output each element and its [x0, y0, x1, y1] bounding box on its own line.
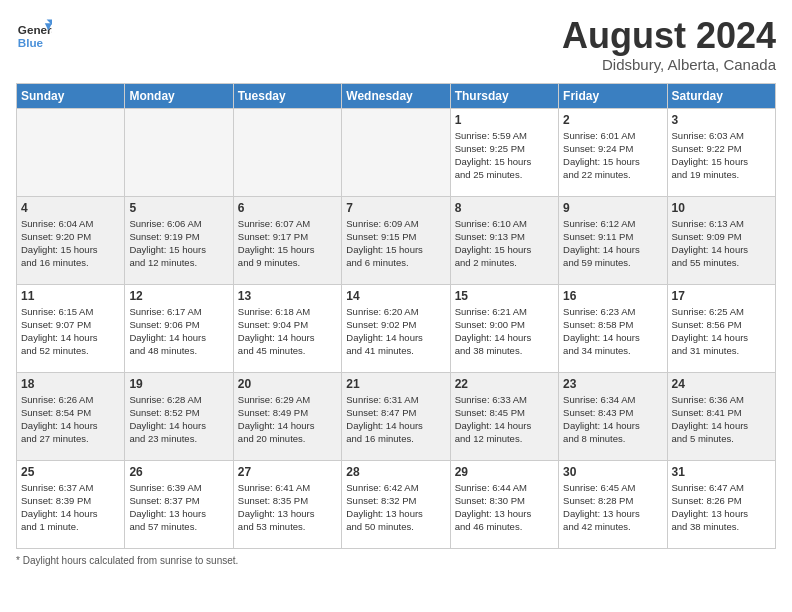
logo-icon: General Blue	[16, 16, 52, 52]
page-header: General Blue August 2024 Didsbury, Alber…	[16, 16, 776, 73]
calendar-cell: 1Sunrise: 5:59 AM Sunset: 9:25 PM Daylig…	[450, 108, 558, 196]
calendar-week-row: 11Sunrise: 6:15 AM Sunset: 9:07 PM Dayli…	[17, 284, 776, 372]
weekday-header-friday: Friday	[559, 83, 667, 108]
day-number: 30	[563, 465, 662, 479]
day-number: 21	[346, 377, 445, 391]
calendar-cell: 24Sunrise: 6:36 AM Sunset: 8:41 PM Dayli…	[667, 372, 775, 460]
day-info: Sunrise: 6:20 AM Sunset: 9:02 PM Dayligh…	[346, 305, 445, 358]
day-number: 25	[21, 465, 120, 479]
calendar-table: SundayMondayTuesdayWednesdayThursdayFrid…	[16, 83, 776, 549]
day-number: 17	[672, 289, 771, 303]
day-info: Sunrise: 6:18 AM Sunset: 9:04 PM Dayligh…	[238, 305, 337, 358]
day-number: 1	[455, 113, 554, 127]
day-info: Sunrise: 6:21 AM Sunset: 9:00 PM Dayligh…	[455, 305, 554, 358]
day-number: 22	[455, 377, 554, 391]
day-info: Sunrise: 6:17 AM Sunset: 9:06 PM Dayligh…	[129, 305, 228, 358]
day-info: Sunrise: 6:39 AM Sunset: 8:37 PM Dayligh…	[129, 481, 228, 534]
day-number: 12	[129, 289, 228, 303]
calendar-cell: 13Sunrise: 6:18 AM Sunset: 9:04 PM Dayli…	[233, 284, 341, 372]
calendar-subtitle: Didsbury, Alberta, Canada	[562, 56, 776, 73]
calendar-cell: 16Sunrise: 6:23 AM Sunset: 8:58 PM Dayli…	[559, 284, 667, 372]
day-number: 4	[21, 201, 120, 215]
calendar-cell: 31Sunrise: 6:47 AM Sunset: 8:26 PM Dayli…	[667, 460, 775, 548]
calendar-cell: 25Sunrise: 6:37 AM Sunset: 8:39 PM Dayli…	[17, 460, 125, 548]
day-info: Sunrise: 6:47 AM Sunset: 8:26 PM Dayligh…	[672, 481, 771, 534]
calendar-cell: 29Sunrise: 6:44 AM Sunset: 8:30 PM Dayli…	[450, 460, 558, 548]
day-number: 7	[346, 201, 445, 215]
calendar-cell: 11Sunrise: 6:15 AM Sunset: 9:07 PM Dayli…	[17, 284, 125, 372]
day-number: 20	[238, 377, 337, 391]
day-number: 18	[21, 377, 120, 391]
calendar-week-row: 25Sunrise: 6:37 AM Sunset: 8:39 PM Dayli…	[17, 460, 776, 548]
day-info: Sunrise: 6:23 AM Sunset: 8:58 PM Dayligh…	[563, 305, 662, 358]
calendar-cell	[233, 108, 341, 196]
calendar-cell: 19Sunrise: 6:28 AM Sunset: 8:52 PM Dayli…	[125, 372, 233, 460]
day-info: Sunrise: 6:12 AM Sunset: 9:11 PM Dayligh…	[563, 217, 662, 270]
day-info: Sunrise: 6:44 AM Sunset: 8:30 PM Dayligh…	[455, 481, 554, 534]
day-info: Sunrise: 6:42 AM Sunset: 8:32 PM Dayligh…	[346, 481, 445, 534]
day-number: 8	[455, 201, 554, 215]
calendar-cell: 12Sunrise: 6:17 AM Sunset: 9:06 PM Dayli…	[125, 284, 233, 372]
day-info: Sunrise: 6:36 AM Sunset: 8:41 PM Dayligh…	[672, 393, 771, 446]
calendar-cell: 20Sunrise: 6:29 AM Sunset: 8:49 PM Dayli…	[233, 372, 341, 460]
day-number: 14	[346, 289, 445, 303]
day-info: Sunrise: 6:29 AM Sunset: 8:49 PM Dayligh…	[238, 393, 337, 446]
day-info: Sunrise: 6:26 AM Sunset: 8:54 PM Dayligh…	[21, 393, 120, 446]
day-info: Sunrise: 6:06 AM Sunset: 9:19 PM Dayligh…	[129, 217, 228, 270]
calendar-cell: 4Sunrise: 6:04 AM Sunset: 9:20 PM Daylig…	[17, 196, 125, 284]
day-number: 26	[129, 465, 228, 479]
weekday-header-monday: Monday	[125, 83, 233, 108]
calendar-cell: 26Sunrise: 6:39 AM Sunset: 8:37 PM Dayli…	[125, 460, 233, 548]
day-info: Sunrise: 6:01 AM Sunset: 9:24 PM Dayligh…	[563, 129, 662, 182]
day-info: Sunrise: 6:03 AM Sunset: 9:22 PM Dayligh…	[672, 129, 771, 182]
calendar-cell: 15Sunrise: 6:21 AM Sunset: 9:00 PM Dayli…	[450, 284, 558, 372]
weekday-header-tuesday: Tuesday	[233, 83, 341, 108]
day-info: Sunrise: 6:25 AM Sunset: 8:56 PM Dayligh…	[672, 305, 771, 358]
day-number: 2	[563, 113, 662, 127]
weekday-header-thursday: Thursday	[450, 83, 558, 108]
calendar-title: August 2024	[562, 16, 776, 56]
day-number: 16	[563, 289, 662, 303]
day-number: 27	[238, 465, 337, 479]
calendar-week-row: 1Sunrise: 5:59 AM Sunset: 9:25 PM Daylig…	[17, 108, 776, 196]
calendar-cell: 21Sunrise: 6:31 AM Sunset: 8:47 PM Dayli…	[342, 372, 450, 460]
calendar-week-row: 18Sunrise: 6:26 AM Sunset: 8:54 PM Dayli…	[17, 372, 776, 460]
calendar-cell: 9Sunrise: 6:12 AM Sunset: 9:11 PM Daylig…	[559, 196, 667, 284]
day-info: Sunrise: 6:15 AM Sunset: 9:07 PM Dayligh…	[21, 305, 120, 358]
day-number: 24	[672, 377, 771, 391]
calendar-cell: 18Sunrise: 6:26 AM Sunset: 8:54 PM Dayli…	[17, 372, 125, 460]
calendar-cell: 10Sunrise: 6:13 AM Sunset: 9:09 PM Dayli…	[667, 196, 775, 284]
day-info: Sunrise: 6:34 AM Sunset: 8:43 PM Dayligh…	[563, 393, 662, 446]
calendar-cell: 23Sunrise: 6:34 AM Sunset: 8:43 PM Dayli…	[559, 372, 667, 460]
day-info: Sunrise: 6:13 AM Sunset: 9:09 PM Dayligh…	[672, 217, 771, 270]
day-number: 13	[238, 289, 337, 303]
day-info: Sunrise: 6:33 AM Sunset: 8:45 PM Dayligh…	[455, 393, 554, 446]
weekday-header-wednesday: Wednesday	[342, 83, 450, 108]
svg-text:Blue: Blue	[18, 36, 44, 49]
day-number: 5	[129, 201, 228, 215]
calendar-cell: 7Sunrise: 6:09 AM Sunset: 9:15 PM Daylig…	[342, 196, 450, 284]
calendar-cell: 17Sunrise: 6:25 AM Sunset: 8:56 PM Dayli…	[667, 284, 775, 372]
day-number: 19	[129, 377, 228, 391]
day-number: 28	[346, 465, 445, 479]
day-info: Sunrise: 6:31 AM Sunset: 8:47 PM Dayligh…	[346, 393, 445, 446]
calendar-header: SundayMondayTuesdayWednesdayThursdayFrid…	[17, 83, 776, 108]
calendar-cell: 3Sunrise: 6:03 AM Sunset: 9:22 PM Daylig…	[667, 108, 775, 196]
title-block: August 2024 Didsbury, Alberta, Canada	[562, 16, 776, 73]
day-info: Sunrise: 6:45 AM Sunset: 8:28 PM Dayligh…	[563, 481, 662, 534]
day-number: 11	[21, 289, 120, 303]
weekday-header-saturday: Saturday	[667, 83, 775, 108]
calendar-cell: 5Sunrise: 6:06 AM Sunset: 9:19 PM Daylig…	[125, 196, 233, 284]
footer: * Daylight hours calculated from sunrise…	[16, 555, 776, 566]
logo: General Blue	[16, 16, 52, 52]
calendar-cell	[342, 108, 450, 196]
calendar-week-row: 4Sunrise: 6:04 AM Sunset: 9:20 PM Daylig…	[17, 196, 776, 284]
day-info: Sunrise: 6:07 AM Sunset: 9:17 PM Dayligh…	[238, 217, 337, 270]
day-number: 23	[563, 377, 662, 391]
day-number: 31	[672, 465, 771, 479]
calendar-cell: 6Sunrise: 6:07 AM Sunset: 9:17 PM Daylig…	[233, 196, 341, 284]
day-info: Sunrise: 6:41 AM Sunset: 8:35 PM Dayligh…	[238, 481, 337, 534]
day-number: 3	[672, 113, 771, 127]
day-number: 29	[455, 465, 554, 479]
day-info: Sunrise: 5:59 AM Sunset: 9:25 PM Dayligh…	[455, 129, 554, 182]
